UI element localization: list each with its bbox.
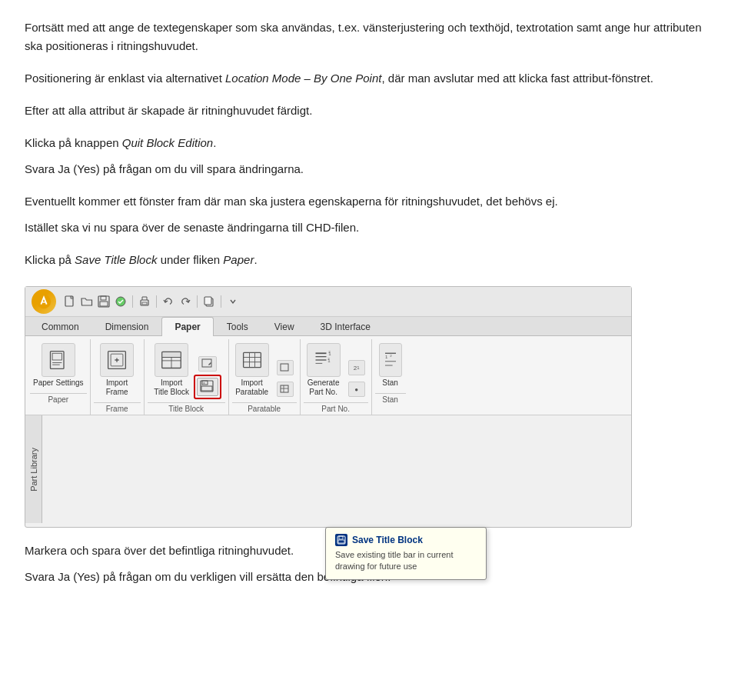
tooltip-popup: Save Title Block Save existing title bar… xyxy=(325,527,487,580)
svg-rect-29 xyxy=(281,364,288,371)
import-paratable-icon xyxy=(235,343,269,377)
svg-rect-23 xyxy=(201,386,212,391)
ribbon-group-title-block: ImportTitle Block xyxy=(145,339,229,415)
paragraph-1: Fortsätt med att ange de textegenskaper … xyxy=(25,18,713,55)
tooltip-title-text: Save Title Block xyxy=(352,535,423,545)
stan-label: Stan xyxy=(382,378,398,388)
paratable-settings-icon xyxy=(277,382,294,397)
bottom-ribbon-area: Part Library Save Title Block Save exist… xyxy=(25,415,631,527)
tab-3d-interface[interactable]: 3D Interface xyxy=(308,317,384,336)
paragraph-2: Positionering är enklast via alternative… xyxy=(25,69,713,88)
tab-paper[interactable]: Paper xyxy=(161,317,213,336)
paratable-edit-icon xyxy=(277,360,294,375)
tab-dimension[interactable]: Dimension xyxy=(92,317,162,336)
paratable-settings-button[interactable] xyxy=(274,379,297,399)
svg-rect-7 xyxy=(142,302,147,305)
stan-button[interactable]: 1 2 Stan xyxy=(375,341,406,390)
copy-icon[interactable] xyxy=(201,294,217,309)
frame-group-label: Frame xyxy=(94,402,141,415)
generate-part-no-icon: 1 2 1 2 xyxy=(307,343,341,377)
separator-2 xyxy=(156,295,157,308)
svg-rect-22 xyxy=(202,381,208,385)
generate-part-no-button[interactable]: 1 2 1 2 GeneratePart No. xyxy=(304,341,344,399)
part-no-btn1[interactable]: 21 xyxy=(345,358,368,378)
paper-settings-icon xyxy=(42,343,75,377)
stan-icon: 1 2 xyxy=(379,343,402,377)
part-library-label: Part Library xyxy=(29,448,38,492)
part-library-sidebar[interactable]: Part Library xyxy=(25,415,42,523)
svg-rect-11 xyxy=(52,353,62,360)
redo-icon[interactable] xyxy=(178,294,193,309)
svg-rect-17 xyxy=(162,352,181,358)
svg-rect-24 xyxy=(243,352,261,367)
paper-group-label: Paper xyxy=(30,393,87,405)
separator-1 xyxy=(132,295,133,308)
stan-group-label: Stan xyxy=(375,393,406,405)
svg-rect-30 xyxy=(281,385,288,392)
paragraph-4: Klicka på knappen Quit Block Edition. xyxy=(25,134,713,152)
dropdown-arrow-icon[interactable] xyxy=(225,294,241,309)
tooltip-title-row: Save Title Block xyxy=(335,534,477,546)
part-no-buttons: 1 2 1 2 GeneratePart No. 21 xyxy=(304,341,368,399)
title-block-buttons: ImportTitle Block xyxy=(151,341,221,399)
generate-part-no-label: GeneratePart No. xyxy=(308,378,340,397)
paper-buttons: Paper Settings xyxy=(30,341,87,390)
folder-icon[interactable] xyxy=(79,294,95,309)
ribbon-group-paper: Paper Settings Paper xyxy=(27,339,91,415)
checkmark-icon[interactable] xyxy=(113,294,128,309)
tab-bar: Common Dimension Paper Tools View 3D Int… xyxy=(25,317,631,336)
paragraph-8: Klicka på Save Title Block under fliken … xyxy=(25,251,713,269)
ribbon-group-part-no: 1 2 1 2 GeneratePart No. 21 xyxy=(301,339,372,415)
paratable-group-label: Paratable xyxy=(232,402,297,415)
tab-tools[interactable]: Tools xyxy=(214,317,261,336)
import-paratable-button[interactable]: ImportParatable xyxy=(232,341,272,399)
part-no-btn2[interactable]: ● xyxy=(345,379,368,399)
svg-rect-9 xyxy=(204,297,211,305)
ribbon-content: Paper Settings Paper ImportFrame xyxy=(25,336,631,415)
import-title-block-label: ImportTitle Block xyxy=(154,378,189,397)
part-no-icon1: 21 xyxy=(348,360,365,375)
toolbar-wrapper: Common Dimension Paper Tools View 3D Int… xyxy=(25,286,632,528)
import-title-block-icon xyxy=(155,343,188,377)
undo-icon[interactable] xyxy=(161,294,176,309)
save-title-block-highlighted-wrapper xyxy=(194,375,221,399)
save-icon[interactable] xyxy=(96,294,111,309)
ribbon-group-paratable: ImportParatable Paratable xyxy=(229,339,301,415)
save-title-block-icon xyxy=(197,378,218,396)
print-icon[interactable] xyxy=(137,294,152,309)
title-block-group-label: Title Block xyxy=(148,402,225,415)
part-no-icon2: ● xyxy=(348,382,365,397)
toolbar-top-bar xyxy=(25,287,631,317)
stan-buttons: 1 2 Stan xyxy=(375,341,406,390)
tab-view[interactable]: View xyxy=(261,317,308,336)
svg-rect-3 xyxy=(101,296,106,300)
svg-text:2: 2 xyxy=(390,354,392,358)
svg-rect-4 xyxy=(100,302,108,306)
import-frame-button[interactable]: ImportFrame xyxy=(97,341,137,399)
new-icon[interactable] xyxy=(62,294,78,309)
part-no-group-label: Part No. xyxy=(304,402,368,415)
save-title-block-button[interactable] xyxy=(196,377,219,397)
edit-title-block-button[interactable] xyxy=(197,355,218,373)
edit-title-block-icon xyxy=(198,356,217,372)
paragraph-7: Istället ska vi nu spara över de senaste… xyxy=(25,218,713,237)
separator-4 xyxy=(221,295,221,308)
paper-settings-label: Paper Settings xyxy=(33,378,84,388)
tab-common[interactable]: Common xyxy=(28,317,92,336)
paragraph-3: Efter att alla attribut är skapade är ri… xyxy=(25,102,713,120)
import-title-block-button[interactable]: ImportTitle Block xyxy=(151,341,192,399)
tooltip-save-icon xyxy=(335,534,347,546)
frame-buttons: ImportFrame xyxy=(97,341,137,399)
ribbon-group-frame: ImportFrame Frame xyxy=(91,339,145,415)
import-paratable-label: ImportParatable xyxy=(235,378,268,397)
paratable-buttons: ImportParatable xyxy=(232,341,297,399)
svg-text:1: 1 xyxy=(385,354,388,359)
paragraph-5: Svara Ja (Yes) på frågan om du vill spar… xyxy=(25,160,713,178)
tooltip-description: Save existing title bar in current drawi… xyxy=(335,549,477,573)
paragraph-6: Eventuellt kommer ett fönster fram där m… xyxy=(25,192,713,211)
quick-access-bar xyxy=(62,294,241,309)
paper-settings-button[interactable]: Paper Settings xyxy=(30,341,87,390)
app-logo xyxy=(32,289,56,314)
import-frame-label: ImportFrame xyxy=(106,378,128,397)
paratable-edit-button[interactable] xyxy=(274,358,297,378)
